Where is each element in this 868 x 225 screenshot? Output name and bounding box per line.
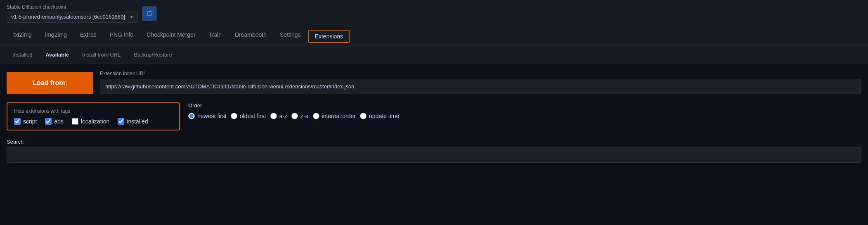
search-section: Search	[7, 139, 861, 163]
radio-update-time-input[interactable]	[360, 113, 367, 119]
radio-newest-first-input[interactable]	[188, 113, 195, 119]
checkbox-ads-label: ads	[54, 118, 64, 125]
checkbox-ads-input[interactable]	[45, 118, 52, 125]
filters-section: Hide extensions with tags script ads loc…	[7, 102, 861, 130]
radio-z-a[interactable]: z-a	[291, 113, 308, 119]
order-label: Order	[188, 102, 861, 109]
radio-update-time[interactable]: update time	[360, 113, 399, 119]
radio-oldest-first[interactable]: oldest first	[231, 113, 266, 119]
load-from-row: Load from: Extension index URL	[7, 71, 861, 94]
radio-a-z-input[interactable]	[270, 113, 277, 119]
refresh-icon	[146, 10, 153, 17]
url-label: Extension index URL	[100, 71, 861, 76]
main-content: Load from: Extension index URL Hide exte…	[0, 64, 868, 173]
nav-item-img2img[interactable]: img2img	[38, 27, 73, 45]
main-nav: txt2img img2img Extras PNG Info Checkpoi…	[0, 27, 868, 46]
checkbox-localization-label: localization	[81, 118, 109, 125]
checkbox-installed-input[interactable]	[118, 118, 124, 125]
radio-newest-first-label: newest first	[197, 113, 227, 119]
url-input[interactable]	[100, 79, 861, 94]
sub-nav: Installed Available Install from URL Bac…	[0, 46, 868, 64]
hide-tags-box: Hide extensions with tags script ads loc…	[7, 102, 180, 130]
search-input[interactable]	[7, 147, 861, 163]
radio-internal-order[interactable]: internal order	[313, 113, 356, 119]
header-bar: Stable Diffusion checkpoint v1-5-pruned-…	[0, 0, 868, 27]
nav-item-extras[interactable]: Extras	[73, 27, 103, 45]
radio-newest-first[interactable]: newest first	[188, 113, 227, 119]
checkbox-script-label: script	[23, 118, 37, 125]
nav-item-txt2img[interactable]: txt2img	[7, 27, 38, 45]
nav-item-train[interactable]: Train	[202, 27, 228, 45]
radio-group: newest first oldest first a-z z-a intern…	[188, 113, 861, 119]
nav-item-settings[interactable]: Settings	[273, 27, 307, 45]
checkbox-script[interactable]: script	[14, 118, 37, 125]
hide-tags-label: Hide extensions with tags	[14, 108, 173, 114]
checkpoint-select[interactable]: v1-5-pruned-emaonly.safetensors [6ce0161…	[7, 11, 138, 23]
load-from-button[interactable]: Load from:	[7, 72, 93, 94]
radio-oldest-first-label: oldest first	[240, 113, 266, 119]
radio-internal-order-input[interactable]	[313, 113, 319, 119]
radio-a-z-label: a-z	[279, 113, 287, 119]
url-section: Extension index URL	[100, 71, 861, 94]
checkbox-installed-label: installed	[127, 118, 148, 125]
checkboxes-row: script ads localization installed	[14, 118, 173, 125]
checkbox-installed[interactable]: installed	[118, 118, 148, 125]
order-section: Order newest first oldest first a-z z-a	[188, 102, 861, 119]
nav-item-extensions[interactable]: Extensions	[308, 30, 350, 43]
nav-item-png-info[interactable]: PNG Info	[103, 27, 140, 45]
radio-a-z[interactable]: a-z	[270, 113, 287, 119]
checkbox-ads[interactable]: ads	[45, 118, 64, 125]
sub-nav-available[interactable]: Available	[40, 49, 75, 60]
checkbox-localization[interactable]: localization	[72, 118, 109, 125]
refresh-icon-button[interactable]	[142, 6, 157, 21]
checkpoint-select-wrapper: v1-5-pruned-emaonly.safetensors [6ce0161…	[7, 11, 138, 23]
sub-nav-installed[interactable]: Installed	[7, 49, 38, 60]
nav-item-checkpoint-merger[interactable]: Checkpoint Merger	[140, 27, 202, 45]
checkpoint-label: Stable Diffusion checkpoint	[7, 4, 138, 10]
nav-item-dreambooth[interactable]: Dreambooth	[228, 27, 273, 45]
checkpoint-group: Stable Diffusion checkpoint v1-5-pruned-…	[7, 4, 138, 23]
radio-z-a-label: z-a	[300, 113, 308, 119]
checkbox-script-input[interactable]	[14, 118, 21, 125]
sub-nav-install-from-url[interactable]: Install from URL	[76, 49, 126, 60]
radio-oldest-first-input[interactable]	[231, 113, 237, 119]
checkbox-localization-input[interactable]	[72, 118, 78, 125]
radio-internal-order-label: internal order	[322, 113, 356, 119]
sub-nav-backup-restore[interactable]: Backup/Restore	[128, 49, 178, 60]
radio-update-time-label: update time	[369, 113, 399, 119]
search-label: Search	[7, 139, 861, 145]
radio-z-a-input[interactable]	[291, 113, 298, 119]
